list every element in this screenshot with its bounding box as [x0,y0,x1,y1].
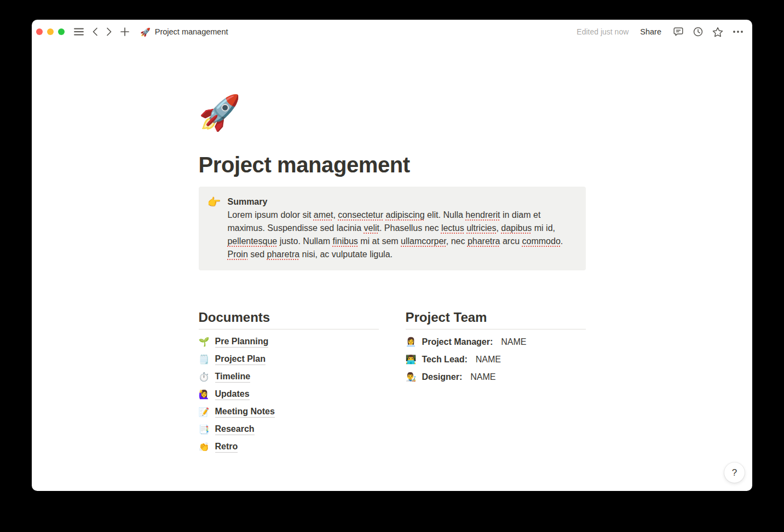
clapping-hands-icon: 👏 [199,443,210,452]
summary-body: Summary Lorem ipsum dolor sit amet, cons… [227,195,577,261]
team-role-label: Tech Lead: [422,355,468,365]
project-team-divider [406,329,586,329]
document-page-link[interactable]: Pre Planning [215,337,269,348]
breadcrumb-rocket-icon: 🚀 [140,28,151,36]
two-column-section: Documents 🌱Pre Planning🗒️Project Plan⏱️T… [199,309,586,456]
breadcrumb[interactable]: 🚀 Project management [140,27,228,36]
document-page-link[interactable]: Meeting Notes [215,407,275,418]
minimize-window-button[interactable] [47,28,54,35]
notion-window: 🚀 Project management Edited just now Sha… [32,20,752,491]
document-link-item: 📑Research [199,421,379,438]
titlebar: 🚀 Project management Edited just now Sha… [32,20,752,44]
documents-divider [199,329,379,329]
share-button[interactable]: Share [640,27,661,36]
document-link-item: 🌱Pre Planning [199,333,379,351]
page-rocket-icon[interactable]: 🚀 [199,96,241,130]
window-controls [36,28,65,35]
comments-icon[interactable] [672,25,685,38]
document-page-link[interactable]: Research [215,424,255,435]
stopwatch-icon: ⏱️ [199,373,210,381]
bookmark-tabs-icon: 📑 [199,425,210,434]
favorite-star-icon[interactable] [711,26,724,38]
team-role-label: Project Manager: [422,337,493,347]
nav-back-icon[interactable] [91,26,99,37]
memo-icon: 📝 [199,408,210,417]
team-member-item[interactable]: 👨‍🎨Designer:NAME [406,368,586,386]
summary-callout[interactable]: 👉 Summary Lorem ipsum dolor sit amet, co… [199,187,586,270]
new-page-plus-icon[interactable] [119,26,130,37]
document-link-item: ⏱️Timeline [199,368,379,386]
summary-text: Lorem ipsum dolor sit amet, consectetur … [227,209,577,261]
sidebar-menu-icon[interactable] [73,27,85,37]
woman-raising-hand-icon: 🙋‍♀️ [199,390,210,399]
seedling-icon: 🌱 [199,338,210,346]
titlebar-actions: Edited just now Share [577,25,745,38]
project-team-list: 👩‍💼Project Manager:NAME👨‍💻Tech Lead:NAME… [406,333,586,386]
spiral-notepad-icon: 🗒️ [199,355,210,364]
document-page-link[interactable]: Project Plan [215,354,266,365]
woman-office-worker-icon: 👩‍💼 [406,338,417,346]
team-member-item[interactable]: 👨‍💻Tech Lead:NAME [406,351,586,368]
team-member-name: NAME [501,337,526,347]
documents-column: Documents 🌱Pre Planning🗒️Project Plan⏱️T… [199,309,379,456]
team-member-item[interactable]: 👩‍💼Project Manager:NAME [406,333,586,351]
pointing-finger-icon: 👉 [207,195,221,261]
fullscreen-window-button[interactable] [58,28,65,35]
documents-heading[interactable]: Documents [199,309,379,326]
page-content: 🚀 Project management 👉 Summary Lorem ips… [199,44,586,456]
nav-group [73,26,130,37]
man-technologist-icon: 👨‍💻 [406,355,417,364]
team-member-name: NAME [476,355,501,365]
history-clock-icon[interactable] [692,26,704,38]
page-title[interactable]: Project management [199,153,586,177]
project-team-column: Project Team 👩‍💼Project Manager:NAME👨‍💻T… [406,309,586,456]
nav-forward-icon[interactable] [105,26,113,37]
project-team-heading[interactable]: Project Team [406,309,586,326]
close-window-button[interactable] [36,28,43,35]
documents-list: 🌱Pre Planning🗒️Project Plan⏱️Timeline🙋‍♀… [199,333,379,456]
team-member-name: NAME [470,372,495,382]
document-page-link[interactable]: Retro [215,442,238,453]
summary-title: Summary [227,195,577,209]
help-button[interactable]: ? [724,462,745,483]
breadcrumb-title: Project management [155,27,228,36]
document-link-item: 📝Meeting Notes [199,403,379,421]
document-page-link[interactable]: Timeline [215,372,251,383]
page-body: 🚀 Project management 👉 Summary Lorem ips… [32,44,752,491]
team-role-label: Designer: [422,372,463,382]
man-artist-icon: 👨‍🎨 [406,373,417,381]
document-page-link[interactable]: Updates [215,389,250,400]
document-link-item: 🗒️Project Plan [199,351,379,368]
edited-status: Edited just now [577,27,629,36]
document-link-item: 👏Retro [199,438,379,456]
document-link-item: 🙋‍♀️Updates [199,386,379,403]
more-options-icon[interactable] [731,29,745,34]
screen-background: 🚀 Project management Edited just now Sha… [0,0,784,532]
